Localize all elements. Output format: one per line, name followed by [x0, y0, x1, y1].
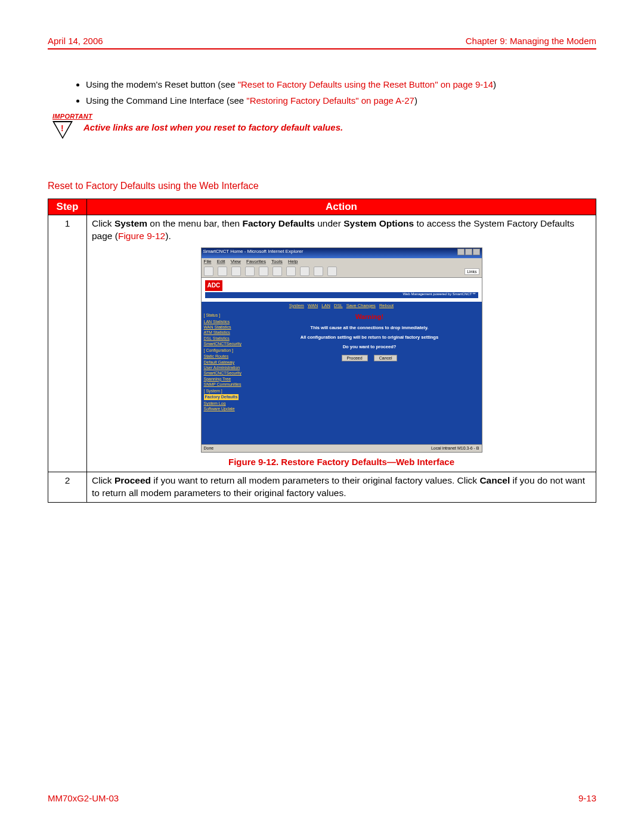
status-bar: Done Local intranet M10.3-6 - B — [202, 444, 482, 451]
page-header: April 14, 2006 Chapter 9: Managing the M… — [48, 36, 596, 49]
sidebar-item[interactable]: Default Gateway — [204, 360, 255, 365]
warning-line: All configuration setting will be return… — [262, 335, 477, 340]
text: ). — [165, 231, 171, 241]
steps-table: Step Action 1 Click System on the menu b… — [48, 199, 596, 503]
col-action: Action — [87, 199, 596, 215]
sidebar-item[interactable]: WAN Statistics — [204, 324, 255, 330]
stop-icon[interactable] — [231, 267, 241, 276]
header-date: April 14, 2006 — [48, 36, 103, 46]
figure-caption: Figure 9-12. Restore Factory Defaults—We… — [92, 456, 591, 468]
important-callout: IMPORTANT ! Active links are lost when y… — [52, 113, 596, 139]
sidebar-item[interactable]: SNMP Communities — [204, 382, 255, 387]
proceed-button[interactable]: Proceed — [342, 355, 368, 361]
maximize-icon[interactable] — [465, 249, 472, 255]
nav-item[interactable]: System — [289, 303, 304, 308]
bullet-item: Using the Command Line Interface (see "R… — [86, 95, 596, 106]
table-row: 2 Click Proceed if you want to return al… — [48, 472, 596, 502]
home-icon[interactable] — [259, 267, 268, 276]
exclamation-icon: ! — [61, 123, 64, 133]
bullet-list: Using the modem's Reset button (see "Res… — [62, 79, 596, 106]
step-action: Click Proceed if you want to return all … — [87, 472, 596, 502]
col-step: Step — [48, 199, 87, 215]
mail-icon[interactable] — [314, 267, 323, 276]
footer-page-number: 9-13 — [578, 793, 596, 803]
sidebar-item[interactable]: LAN Statistics — [204, 319, 255, 324]
menu-item[interactable]: View — [231, 259, 241, 264]
back-icon[interactable] — [204, 267, 213, 276]
section-heading: Reset to Factory Defaults using the Web … — [48, 181, 596, 191]
brand-bar: ADC Web Management powered by SmartCNCT™ — [202, 278, 482, 302]
refresh-icon[interactable] — [245, 267, 255, 276]
window-title: SmartCNCT Home - Microsoft Internet Expl… — [203, 249, 304, 258]
sidebar-group: [ Status ] — [204, 312, 255, 318]
nav-item[interactable]: Reboot — [379, 303, 394, 308]
menu-item[interactable]: Tools — [271, 259, 283, 264]
sidebar-item[interactable]: Software Update — [204, 406, 255, 411]
sidebar-item[interactable]: Spanning Tree — [204, 376, 255, 382]
text: Click — [92, 218, 114, 228]
warning-line: Do you want to proceed? — [262, 344, 477, 350]
bullet-lead: Using the modem's Reset button (see — [86, 79, 238, 89]
app-body: [ Status ] LAN Statistics WAN Statistics… — [202, 310, 482, 444]
top-nav: System WAN LAN DSL Save Changes Reboot — [202, 302, 482, 310]
sidebar: [ Status ] LAN Statistics WAN Statistics… — [202, 310, 258, 444]
important-label: IMPORTANT — [52, 113, 596, 120]
important-text: Active links are lost when you reset to … — [83, 121, 343, 132]
button-row: Proceed Cancel — [262, 355, 477, 361]
forward-icon[interactable] — [218, 267, 227, 276]
window-titlebar: SmartCNCT Home - Microsoft Internet Expl… — [202, 248, 482, 258]
sidebar-item[interactable]: Static Routes — [204, 354, 255, 359]
warning-line: This will cause all the connections to d… — [262, 325, 477, 331]
sidebar-item[interactable]: DSL Statistics — [204, 336, 255, 341]
brand-strap: Web Management powered by SmartCNCT™ — [205, 292, 478, 298]
warning-title: Warning! — [262, 312, 477, 321]
bullet-lead: Using the Command Line Interface (see — [86, 95, 246, 106]
favorites-icon[interactable] — [286, 267, 296, 276]
sidebar-item[interactable]: ATM Statistics — [204, 330, 255, 335]
nav-item[interactable]: Save Changes — [346, 303, 376, 308]
nav-item[interactable]: WAN — [308, 303, 318, 308]
step-number: 2 — [48, 472, 87, 502]
close-icon[interactable] — [473, 249, 480, 255]
text: on the menu bar, then — [147, 218, 242, 228]
menu-item[interactable]: Help — [288, 259, 298, 264]
text: under — [315, 218, 343, 228]
menu-item[interactable]: Favorites — [246, 259, 266, 264]
menu-item[interactable]: Edit — [217, 259, 225, 264]
sidebar-item-selected[interactable]: Factory Defaults — [204, 394, 239, 400]
cross-reference-link[interactable]: "Restoring Factory Defaults" on page A-2… — [246, 95, 414, 106]
adc-logo: ADC — [205, 280, 223, 291]
sidebar-group: [ Configuration ] — [204, 347, 255, 354]
menu-bar: File Edit View Favorites Tools Help — [202, 258, 482, 266]
page-footer: MM70xG2-UM-03 9-13 — [48, 793, 596, 803]
minimize-icon[interactable] — [457, 249, 465, 255]
text: Click — [92, 475, 114, 485]
warning-triangle-icon: ! — [52, 121, 73, 139]
ui-term: Factory Defaults — [242, 218, 314, 228]
toolbar: Links — [202, 265, 482, 278]
menu-item[interactable]: File — [204, 259, 212, 264]
cancel-button[interactable]: Cancel — [374, 355, 398, 361]
footer-doc-id: MM70xG2-UM-03 — [48, 793, 119, 803]
cross-reference-link[interactable]: "Reset to Factory Defaults using the Res… — [238, 79, 493, 89]
sidebar-item[interactable]: User Administration — [204, 365, 255, 370]
bullet-item: Using the modem's Reset button (see "Res… — [86, 79, 596, 89]
sidebar-item[interactable]: SmartCNCTSecurity — [204, 341, 255, 346]
history-icon[interactable] — [300, 267, 309, 276]
bullet-tail: ) — [414, 95, 417, 106]
nav-item[interactable]: LAN — [321, 303, 330, 308]
screenshot-figure: SmartCNCT Home - Microsoft Internet Expl… — [201, 247, 482, 453]
print-icon[interactable] — [327, 267, 337, 276]
ui-term: Proceed — [114, 475, 151, 485]
text: if you want to return all modem paramete… — [151, 475, 479, 485]
search-icon[interactable] — [273, 267, 282, 276]
sidebar-item[interactable]: SmartCNCTSecurity — [204, 370, 255, 376]
links-button[interactable]: Links — [465, 268, 479, 275]
ui-term: Cancel — [479, 475, 510, 485]
window-buttons — [457, 249, 480, 258]
figure-reference[interactable]: Figure 9-12 — [118, 231, 165, 241]
step-action: Click System on the menu bar, then Facto… — [87, 215, 596, 472]
sidebar-item[interactable]: System Log — [204, 401, 255, 406]
nav-item[interactable]: DSL — [334, 303, 343, 308]
table-row: 1 Click System on the menu bar, then Fac… — [48, 215, 596, 472]
